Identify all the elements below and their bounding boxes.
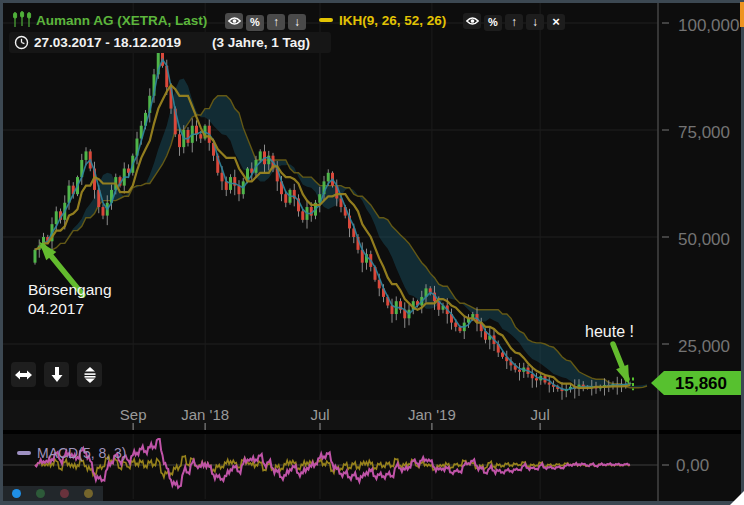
indicator-button-group: %↑↓× bbox=[463, 12, 568, 31]
series-color-dots bbox=[3, 486, 103, 501]
chart-window: 15,860 Aumann AG (XETRA, Last) %↑↓ IKH(9… bbox=[0, 0, 744, 505]
link-button[interactable]: % bbox=[484, 15, 502, 31]
series-dot-1[interactable] bbox=[36, 489, 45, 498]
expand-horizontal-button[interactable] bbox=[11, 362, 36, 387]
close-button[interactable]: × bbox=[547, 14, 565, 30]
series-dot-2[interactable] bbox=[60, 489, 69, 498]
series-dot-3[interactable] bbox=[84, 489, 93, 498]
y-axis-label: 50,000 bbox=[678, 230, 730, 250]
x-axis-label: Sep bbox=[120, 406, 147, 423]
macd-label: MACD(5, 8, 3) bbox=[37, 445, 126, 461]
instrument-title: Aumann AG (XETRA, Last) bbox=[36, 13, 207, 28]
today-annotation: heute ! bbox=[585, 323, 634, 341]
right-border-accent bbox=[740, 2, 744, 27]
x-axis-label: Jan '19 bbox=[408, 406, 456, 423]
arrow-up-button[interactable]: ↑ bbox=[267, 14, 285, 30]
arrow-up-button[interactable]: ↑ bbox=[505, 14, 523, 30]
y-axis-label: 100,000 bbox=[678, 16, 739, 36]
instrument-button-group: %↑↓ bbox=[225, 12, 309, 31]
y-axis-label: 75,000 bbox=[678, 123, 730, 143]
series-dot-0[interactable] bbox=[12, 489, 21, 498]
period-info: (3 Jahre, 1 Tag) bbox=[212, 35, 310, 50]
instrument-candles-icon bbox=[12, 11, 32, 32]
x-axis-label: Jul bbox=[531, 406, 550, 423]
indicator-swatch bbox=[319, 18, 333, 22]
ipo-annotation-line1: Börsengang bbox=[28, 281, 112, 299]
indicator-title: IKH(9, 26, 52, 26) bbox=[339, 13, 446, 28]
window-resize-grip[interactable] bbox=[730, 491, 744, 505]
date-range: 27.03.2017 - 18.12.2019 bbox=[34, 35, 181, 50]
chart-content: 15,860 Aumann AG (XETRA, Last) %↑↓ IKH(9… bbox=[3, 3, 741, 501]
x-axis-label: Jul bbox=[310, 406, 329, 423]
eye-button[interactable] bbox=[463, 13, 481, 29]
macd-swatch bbox=[17, 451, 31, 455]
link-button[interactable]: % bbox=[246, 15, 264, 31]
clock-icon bbox=[14, 35, 29, 54]
eye-button[interactable] bbox=[225, 13, 243, 29]
x-axis-label: Jan '18 bbox=[181, 406, 229, 423]
move-down-button[interactable] bbox=[44, 362, 69, 387]
svg-text:15,860: 15,860 bbox=[675, 374, 727, 393]
chart-canvas[interactable]: 15,860 bbox=[3, 3, 741, 501]
y-axis-label: 25,000 bbox=[678, 337, 730, 357]
arrow-down-button[interactable]: ↓ bbox=[288, 14, 306, 30]
macd-zero-label: 0,00 bbox=[676, 456, 709, 476]
arrow-down-button[interactable]: ↓ bbox=[526, 14, 544, 30]
fit-vertical-button[interactable] bbox=[77, 362, 102, 387]
ipo-annotation-line2: 04.2017 bbox=[28, 300, 84, 318]
